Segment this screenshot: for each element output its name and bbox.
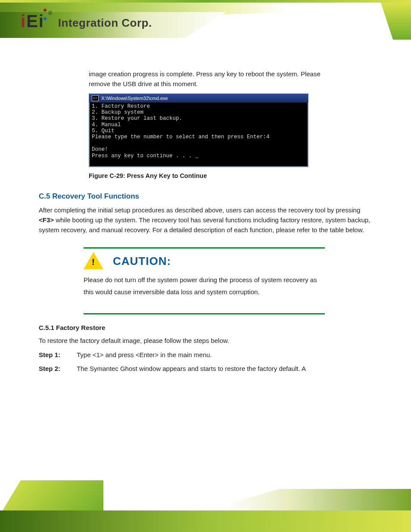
key-f3: <F3> (39, 216, 54, 224)
subsection-paragraph: To restore the factory default image, pl… (39, 336, 371, 345)
figure-caption: Figure C-29: Press Any Key to Continue (89, 172, 371, 179)
step-item: Step 2: The Symantec Ghost window appear… (39, 364, 371, 374)
section-heading: C.5 Recovery Tool Functions (39, 192, 371, 201)
cmd-line: 5. Quit (92, 128, 115, 134)
header-corner-accent (381, 3, 411, 40)
step-item: Step 1: Type <1> and press <Enter> in th… (39, 350, 371, 360)
subsection-heading: C.5.1 Factory Restore (39, 324, 371, 331)
step-label: Step 1: (39, 350, 69, 360)
step-text: Type <1> and press <Enter> in the main m… (77, 350, 212, 360)
logo-registered: ® (48, 10, 52, 16)
cmd-window: C:\ X:\Windows\System32\cmd.exe 1. Facto… (89, 93, 308, 167)
logo-letter-e: E (26, 12, 38, 30)
brand-logo: i E i ® Integration Corp. (21, 9, 152, 30)
intro-paragraph: image creation progress is complete. Pre… (89, 69, 330, 89)
cmd-icon: C:\ (92, 95, 99, 101)
cmd-body: 1. Factory Restore 2. Backup system 3. R… (89, 103, 308, 167)
logo-dots (44, 9, 47, 20)
cmd-titlebar: C:\ X:\Windows\System32\cmd.exe (89, 94, 308, 103)
cmd-line: Done! (92, 146, 108, 152)
cmd-line: Press any key to continue . . . _ (92, 153, 199, 159)
cmd-line: 3. Restore your last backup. (92, 115, 182, 121)
cmd-line: 1. Factory Restore (92, 103, 150, 109)
footer-accent-bar (0, 510, 411, 532)
cmd-line: 4. Manual (92, 122, 121, 128)
logo-text: Integration Corp. (58, 16, 152, 30)
logo-mark: i E i (21, 9, 47, 30)
logo-letter-i1: i (21, 12, 25, 30)
caution-callout: CAUTION: Please do not turn off the syst… (84, 247, 325, 314)
caution-title: CAUTION: (113, 255, 171, 268)
footer-corner-accent (0, 480, 103, 515)
page-content: image creation progress is complete. Pre… (39, 65, 371, 377)
cmd-line: 2. Backup system (92, 109, 143, 115)
step-label: Step 2: (39, 364, 69, 374)
step-text: The Symantec Ghost window appears and st… (77, 364, 306, 374)
logo-letter-i2: i (39, 12, 44, 30)
caution-body: Please do not turn off the system power … (84, 274, 325, 299)
warning-icon (84, 252, 103, 269)
section-paragraph: After completing the initial setup proce… (39, 205, 371, 235)
cmd-line: Please type the number to select and the… (92, 134, 270, 140)
header-accent-bar (0, 0, 411, 3)
cmd-title-text: X:\Windows\System32\cmd.exe (101, 96, 168, 101)
